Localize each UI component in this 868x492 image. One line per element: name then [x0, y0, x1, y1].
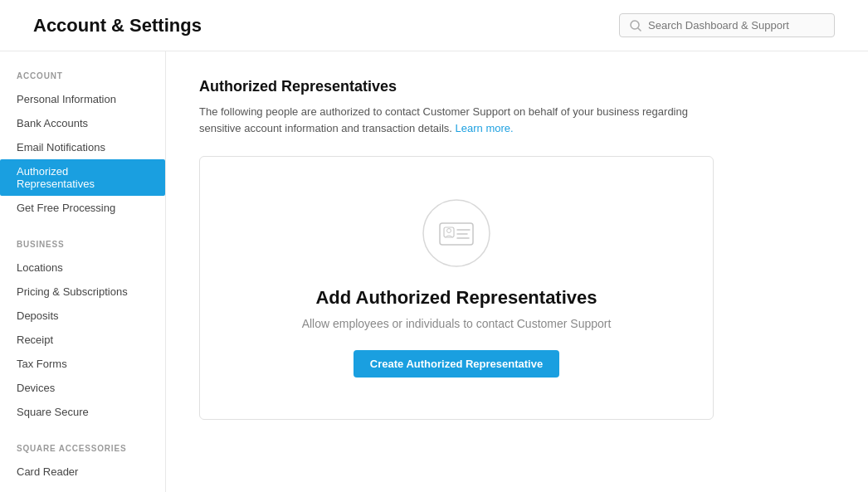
sidebar-item-personal-information[interactable]: Personal Information	[0, 87, 165, 111]
search-input[interactable]	[648, 19, 824, 32]
empty-state-title: Add Authorized Representatives	[315, 287, 597, 309]
id-card-icon	[422, 198, 491, 270]
sidebar-item-get-free-processing[interactable]: Get Free Processing	[0, 196, 165, 220]
learn-more-link[interactable]: Learn more.	[456, 122, 514, 134]
sidebar-item-tax-forms[interactable]: Tax Forms	[0, 352, 165, 376]
search-icon	[630, 20, 641, 32]
sidebar-item-email-notifications[interactable]: Email Notifications	[0, 135, 165, 159]
page-wrapper: Account & Settings ACCOUNTPersonal Infor…	[0, 0, 868, 492]
page-description: The following people are authorized to c…	[199, 104, 697, 136]
sidebar-section-business: BUSINESSLocationsPricing & Subscriptions…	[0, 240, 165, 424]
sidebar-item-receipt[interactable]: Receipt	[0, 328, 165, 352]
sidebar-section-label: SQUARE ACCESSORIES	[0, 444, 165, 453]
sidebar-section-account: ACCOUNTPersonal InformationBank Accounts…	[0, 71, 165, 220]
search-bar[interactable]	[619, 13, 835, 37]
sidebar-item-locations[interactable]: Locations	[0, 256, 165, 280]
svg-point-2	[423, 200, 490, 266]
svg-point-5	[447, 229, 451, 233]
sidebar: ACCOUNTPersonal InformationBank Accounts…	[0, 51, 166, 492]
sidebar-section-label: BUSINESS	[0, 240, 165, 249]
content-area: ACCOUNTPersonal InformationBank Accounts…	[0, 51, 868, 492]
sidebar-item-marketing-kit[interactable]: Marketing Kit	[0, 484, 165, 492]
sidebar-section-label: ACCOUNT	[0, 71, 165, 80]
empty-state-subtitle: Allow employees or individuals to contac…	[302, 317, 612, 330]
main-content: Authorized Representatives The following…	[166, 51, 868, 492]
empty-state-card: Add Authorized Representatives Allow emp…	[199, 156, 714, 420]
main-heading: Authorized Representatives	[199, 78, 835, 95]
sidebar-item-pricing-subscriptions[interactable]: Pricing & Subscriptions	[0, 280, 165, 304]
page-title: Account & Settings	[33, 15, 202, 37]
header: Account & Settings	[0, 0, 868, 51]
sidebar-item-square-secure[interactable]: Square Secure	[0, 400, 165, 424]
create-authorized-representative-button[interactable]: Create Authorized Representative	[354, 350, 559, 378]
sidebar-item-devices[interactable]: Devices	[0, 376, 165, 400]
sidebar-item-deposits[interactable]: Deposits	[0, 304, 165, 328]
sidebar-item-authorized-representatives[interactable]: Authorized Representatives	[0, 159, 165, 196]
sidebar-item-bank-accounts[interactable]: Bank Accounts	[0, 111, 165, 135]
svg-line-1	[638, 28, 641, 31]
sidebar-section-square-accessories: SQUARE ACCESSORIESCard ReaderMarketing K…	[0, 444, 165, 492]
svg-rect-3	[440, 223, 473, 245]
sidebar-item-card-reader[interactable]: Card Reader	[0, 460, 165, 484]
